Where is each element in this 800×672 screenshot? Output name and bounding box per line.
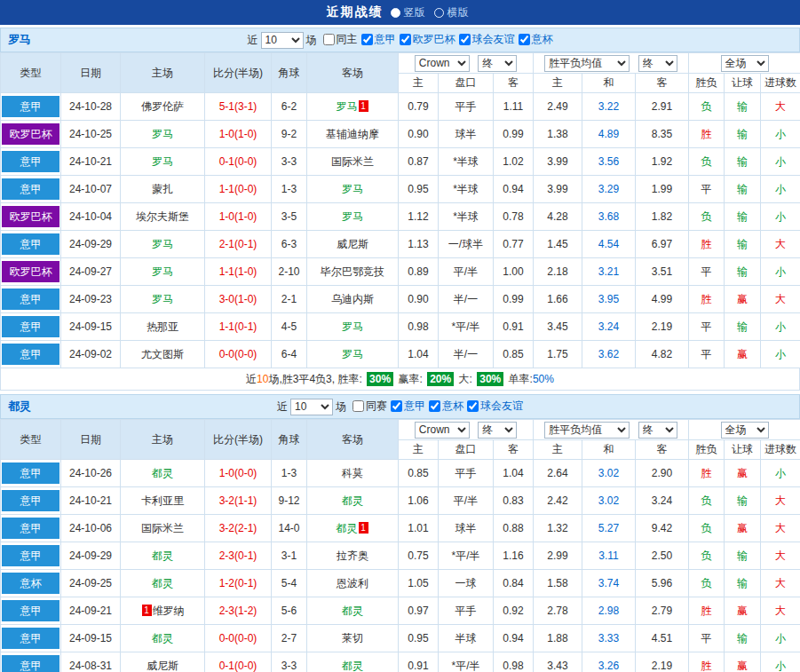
league-badge: 欧罗巴杯 [2,261,59,282]
filter-checkbox[interactable]: 意杯 [519,32,553,47]
team-label: 都灵 [152,549,173,562]
cell-score: 0-1(0-0) [205,148,272,176]
cell-goals: 小 [761,203,800,231]
cell-avg-home: 2.64 [534,460,582,487]
radio-horizontal-label[interactable]: 横版 [448,5,469,20]
cell-away-team: 科莫 [307,460,399,487]
cell-date: 24-09-15 [61,313,121,341]
cell-home-team: 罗马 [121,231,205,258]
match-row: 意甲24-10-07蒙扎1-1(0-0)1-3罗马0.95*半球0.943.99… [1,176,800,203]
cell-avg-home: 1.58 [534,570,582,597]
filter-checkbox[interactable]: 欧罗巴杯 [400,32,455,47]
match-row: 意甲24-09-211维罗纳2-3(1-2)5-6都灵0.97平手0.922.7… [1,597,800,625]
odds-company-select[interactable]: Crown [415,422,470,439]
filter-checkbox-input[interactable] [361,34,373,45]
cell-away-team: 恩波利 [307,570,399,597]
matches-label: 场 [306,33,317,48]
odds-company-select[interactable]: Crown [415,55,470,72]
cell-handicap: 赢 [725,286,761,313]
cell-date: 24-10-04 [61,203,121,231]
filter-checkbox-input[interactable] [352,400,364,412]
radio-vertical-label[interactable]: 竖版 [404,5,425,20]
cell-odds-line: 平手 [439,597,494,625]
cell-date: 24-10-25 [61,121,121,148]
filter-checkbox-input[interactable] [429,400,440,412]
col-avg-away: 客 [636,440,689,460]
odds-state-select[interactable]: 终 [478,422,517,439]
match-row: 欧罗巴杯24-09-27罗马1-1(1-0)2-10毕尔巴鄂竞技0.89平/半1… [1,258,800,286]
cell-away-team: 罗马 [307,176,399,203]
cell-odds-home: 0.87 [399,148,439,176]
cell-result: 负 [689,487,725,515]
cell-avg-draw: 3.21 [582,258,636,286]
filter-checkbox[interactable]: 同主 [323,32,358,47]
match-count-select[interactable]: 10 [261,32,304,49]
filter-checkbox[interactable]: 意甲 [391,399,425,414]
cell-avg-home: 1.32 [534,515,582,542]
cell-avg-away: 2.91 [636,93,689,121]
filter-checkbox-input[interactable] [400,34,411,45]
col-home: 主场 [121,420,205,460]
cell-result: 平 [689,258,725,286]
col-odds-home: 主 [399,440,439,460]
cell-odds-home: 0.90 [399,121,439,148]
summary-part: 赢率: [395,372,425,387]
scope-select[interactable]: 全场 [721,55,769,72]
cell-handicap: 输 [725,231,761,258]
cell-result: 胜 [689,460,725,487]
cell-league: 意甲 [1,652,61,672]
team-label: 基辅迪纳摩 [326,128,379,140]
cell-away-team: 乌迪内斯 [307,286,399,313]
cell-corner: 5-4 [272,570,307,597]
cell-score: 2-3(1-2) [205,597,272,625]
odds-state-select[interactable]: 终 [478,55,517,72]
league-badge: 意甲 [2,289,59,310]
cell-home-team: 都灵 [121,460,205,487]
cell-avg-away: 2.19 [636,652,689,672]
filter-checkbox[interactable]: 球会友谊 [459,32,515,47]
cell-odds-line: *半球 [439,203,494,231]
team-label: 埃尔夫斯堡 [136,210,189,223]
filter-checkbox-label: 球会友谊 [480,399,523,414]
cell-corner: 9-12 [272,487,307,515]
match-count-select[interactable]: 10 [290,399,333,415]
match-row: 意甲24-10-28佛罗伦萨5-1(3-1)6-2罗马10.79平手1.112.… [1,93,800,121]
radio-horizontal-icon[interactable] [434,8,444,18]
col-odds-line: 盘口 [439,74,494,93]
team-label: 威尼斯 [147,660,178,672]
cell-home-team: 1维罗纳 [121,597,205,625]
filter-checkbox[interactable]: 球会友谊 [467,399,523,414]
filter-checkbox-input[interactable] [391,400,402,412]
filter-checkbox-input[interactable] [519,34,530,45]
filter-checkbox-input[interactable] [467,400,479,412]
cell-corner: 1-3 [272,176,307,203]
cell-handicap: 赢 [725,460,761,487]
filter-checkbox[interactable]: 意甲 [361,32,396,47]
cell-avg-draw: 3.74 [582,570,636,597]
cell-odds-line: *平/半 [439,652,494,672]
cell-avg-draw: 3.24 [582,313,636,341]
radio-vertical-icon[interactable] [391,8,400,18]
filter-checkbox[interactable]: 意杯 [429,399,463,414]
avg-state-select[interactable]: 终 [638,55,677,72]
team-label: 都灵 [342,660,363,672]
cell-date: 24-10-21 [61,148,121,176]
cell-corner: 2-1 [272,286,307,313]
cell-score: 3-2(1-1) [205,487,272,515]
scope-select[interactable]: 全场 [721,422,769,439]
cell-home-team: 罗马 [121,148,205,176]
cell-result: 负 [689,148,725,176]
cell-odds-line: *半球 [439,176,494,203]
filter-checkbox-input[interactable] [459,34,471,45]
match-row: 意甲24-09-29都灵2-3(0-1)3-1拉齐奥0.75*平/半1.162.… [1,542,800,570]
cell-date: 24-09-23 [61,286,121,313]
cell-avg-home: 1.75 [534,341,582,368]
filter-checkbox[interactable]: 同赛 [352,399,387,414]
avg-metric-select[interactable]: 胜平负均值 [544,422,630,439]
filters: 近 10 场 同主意甲欧罗巴杯球会友谊意杯 [248,32,553,49]
filter-checkbox-input[interactable] [323,34,335,45]
avg-metric-select[interactable]: 胜平负均值 [544,55,630,72]
avg-state-select[interactable]: 终 [638,422,677,439]
col-avg-home: 主 [534,440,582,460]
team-label: 都灵 [152,632,173,644]
